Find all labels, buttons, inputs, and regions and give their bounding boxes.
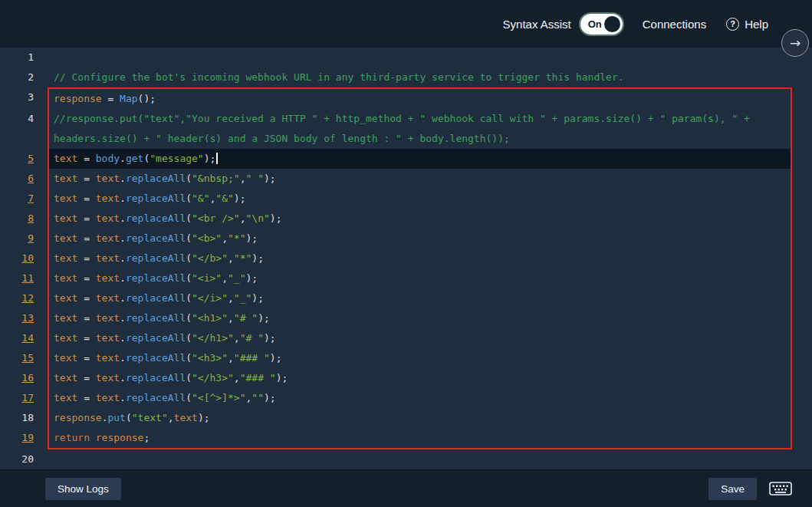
app-window: Syntax Assist On Connections ? Help → 12… [0, 0, 812, 507]
code-line[interactable]: 11text = text.replaceAll("<i>","_"); [0, 268, 812, 288]
code-line-content: text = text.replaceAll("</i>","_"); [48, 288, 792, 308]
line-number: 4 [0, 109, 48, 149]
line-number[interactable]: 5 [0, 149, 48, 169]
code-line[interactable]: 4//response.put("text","You received a H… [0, 109, 812, 149]
code-line[interactable]: 9text = text.replaceAll("<b>","*"); [0, 229, 812, 249]
code-line[interactable]: 12text = text.replaceAll("</i>","_"); [0, 288, 812, 308]
code-line-content: text = text.replaceAll("&nbsp;"," "); [48, 169, 792, 189]
code-line-content [48, 48, 792, 67]
line-number[interactable]: 13 [0, 308, 48, 328]
code-line[interactable]: 8text = text.replaceAll("<br />","\n"); [0, 209, 812, 229]
line-number: 1 [0, 48, 48, 67]
code-line-content: text = body.get("message"); [48, 149, 792, 169]
code-editor[interactable]: 12// Configure the bot's incoming webhoo… [0, 48, 812, 469]
line-number: 2 [0, 67, 48, 87]
code-line[interactable]: 17text = text.replaceAll("<[^>]*>",""); [0, 388, 812, 408]
bottom-bar: Show Logs Save [0, 469, 812, 507]
line-number[interactable]: 14 [0, 328, 48, 348]
line-number[interactable]: 12 [0, 288, 48, 308]
code-line[interactable]: 16text = text.replaceAll("</h3>","### ")… [0, 368, 812, 388]
code-line-content: text = text.replaceAll("<b>","*"); [48, 229, 792, 249]
code-line-content: text = text.replaceAll("<h1>","# "); [48, 308, 792, 328]
save-button[interactable]: Save [708, 478, 757, 500]
line-number[interactable]: 8 [0, 209, 48, 229]
line-number[interactable]: 6 [0, 169, 48, 189]
line-number[interactable]: 7 [0, 189, 48, 209]
line-number[interactable]: 9 [0, 229, 48, 249]
code-line[interactable]: 19return response; [0, 428, 812, 449]
code-line[interactable]: 5text = body.get("message"); [0, 149, 812, 169]
bottom-bar-right: Save [708, 478, 792, 500]
code-line[interactable]: 13text = text.replaceAll("<h1>","# "); [0, 308, 812, 328]
code-line-content: text = text.replaceAll("</h3>","### "); [48, 368, 792, 388]
syntax-assist-label: Syntax Assist [503, 18, 571, 31]
keyboard-icon[interactable] [769, 480, 792, 497]
code-line[interactable]: 3response = Map(); [0, 87, 812, 109]
code-line-content: text = text.replaceAll("<h3>","### "); [48, 348, 792, 368]
code-line-content: text = text.replaceAll("</b>","*"); [48, 249, 792, 268]
code-line-content: text = text.replaceAll("<[^>]*>",""); [48, 388, 792, 408]
code-line-content: response.put("text",text); [48, 408, 792, 428]
panel-collapse-button[interactable]: → [781, 29, 809, 57]
toggle-state-label: On [588, 18, 602, 30]
line-number[interactable]: 15 [0, 348, 48, 368]
line-number[interactable]: 17 [0, 388, 48, 408]
show-logs-button[interactable]: Show Logs [45, 478, 121, 500]
code-line[interactable]: 15text = text.replaceAll("<h3>","### "); [0, 348, 812, 368]
code-line-content [48, 449, 792, 469]
line-number[interactable]: 19 [0, 428, 48, 449]
code-line-content: text = text.replaceAll("</h1>","# "); [48, 328, 792, 348]
code-line-content: return response; [48, 428, 792, 449]
code-line-content: text = text.replaceAll("<i>","_"); [48, 268, 792, 288]
code-line-content: //response.put("text","You received a HT… [48, 109, 792, 149]
question-circle-icon: ? [726, 18, 739, 31]
line-number[interactable]: 11 [0, 268, 48, 288]
line-number: 18 [0, 408, 48, 428]
code-line[interactable]: 6text = text.replaceAll("&nbsp;"," "); [0, 169, 812, 189]
line-number: 20 [0, 449, 48, 469]
help-button[interactable]: ? Help [726, 18, 768, 31]
code-line[interactable]: 10text = text.replaceAll("</b>","*"); [0, 249, 812, 268]
connections-link[interactable]: Connections [643, 18, 706, 31]
help-label: Help [745, 18, 768, 31]
code-line[interactable]: 2// Configure the bot's incoming webhook… [0, 67, 812, 87]
code-line[interactable]: 20 [0, 449, 812, 469]
code-line[interactable]: 18response.put("text",text); [0, 408, 812, 428]
text-cursor [216, 153, 218, 164]
line-number[interactable]: 10 [0, 249, 48, 268]
code-line[interactable]: 1 [0, 48, 812, 67]
code-line-content: text = text.replaceAll("<br />","\n"); [48, 209, 792, 229]
code-line-content: // Configure the bot's incoming webhook … [48, 67, 792, 87]
right-arrow-icon: → [790, 35, 800, 51]
line-number[interactable]: 16 [0, 368, 48, 388]
syntax-assist-toggle[interactable]: On [580, 14, 623, 35]
code-line[interactable]: 7text = text.replaceAll("&","&"); [0, 189, 812, 209]
toggle-knob [604, 16, 620, 32]
code-line-content: text = text.replaceAll("&","&"); [48, 189, 792, 209]
top-bar: Syntax Assist On Connections ? Help [0, 0, 812, 48]
code-line-content: response = Map(); [48, 87, 792, 109]
code-line[interactable]: 14text = text.replaceAll("</h1>","# "); [0, 328, 812, 348]
line-number: 3 [0, 87, 48, 109]
